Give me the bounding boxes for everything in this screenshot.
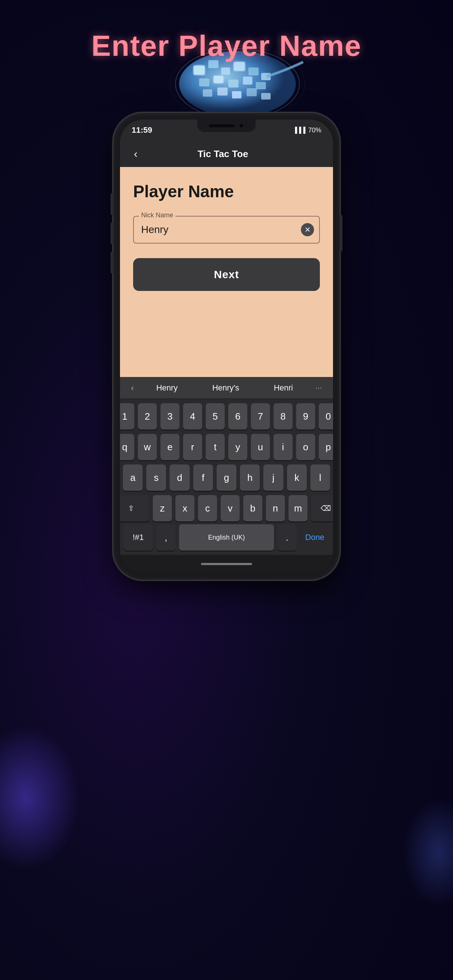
keyboard-bottom-row: !#1 , English (UK) . Done	[120, 524, 333, 555]
notch-speaker	[209, 124, 234, 127]
svg-rect-1	[194, 65, 205, 75]
key-i[interactable]: i	[274, 434, 292, 460]
nav-back-button[interactable]: ‹	[131, 145, 140, 163]
autocomplete-word-2[interactable]: Henry's	[206, 381, 245, 395]
svg-rect-5	[248, 67, 258, 75]
svg-rect-3	[221, 67, 230, 75]
key-l[interactable]: l	[310, 465, 330, 491]
key-k[interactable]: k	[287, 465, 307, 491]
key-o[interactable]: o	[296, 434, 315, 460]
key-g[interactable]: g	[217, 465, 236, 491]
nav-bar: ‹ Tic Tac Toe	[120, 141, 333, 167]
key-u[interactable]: u	[251, 434, 270, 460]
nick-name-field[interactable]	[134, 216, 319, 243]
svg-rect-16	[261, 93, 271, 100]
svg-rect-15	[247, 88, 257, 96]
key-s[interactable]: s	[146, 465, 166, 491]
key-3[interactable]: 3	[161, 403, 179, 430]
phone-screen: 11:59 ▐▐▐ 70% ‹ Tic Tac Toe Player Name …	[120, 119, 333, 573]
key-r[interactable]: r	[183, 434, 202, 460]
key-y[interactable]: y	[228, 434, 247, 460]
bg-glow-right	[402, 798, 453, 907]
key-4[interactable]: 4	[183, 403, 202, 430]
svg-rect-10	[243, 76, 252, 84]
status-time: 11:59	[132, 126, 152, 135]
space-key[interactable]: English (UK)	[179, 524, 274, 550]
status-icons: ▐▐▐ 70%	[293, 127, 321, 134]
page-title: Enter Player Name	[91, 29, 362, 63]
phone-wrapper: 11:59 ▐▐▐ 70% ‹ Tic Tac Toe Player Name …	[113, 113, 340, 580]
key-j[interactable]: j	[263, 465, 283, 491]
home-indicator	[201, 563, 252, 565]
key-d[interactable]: d	[170, 465, 189, 491]
key-7[interactable]: 7	[251, 403, 270, 430]
player-name-heading: Player Name	[133, 181, 320, 201]
nick-name-input-wrapper: Nick Name ✕	[133, 216, 320, 243]
svg-rect-8	[214, 76, 223, 83]
keyboard-rows: 1 2 3 4 5 6 7 8 9 0 q w	[120, 399, 333, 524]
key-f[interactable]: f	[193, 465, 213, 491]
key-p[interactable]: p	[319, 434, 333, 460]
zxcv-row: ⇧ z x c v b n m ⌫	[123, 495, 330, 521]
nick-name-label: Nick Name	[139, 212, 175, 219]
asdf-row: a s d f g h j k l	[123, 465, 330, 491]
bg-glow-left	[0, 725, 80, 870]
key-e[interactable]: e	[161, 434, 179, 460]
comma-key[interactable]: ,	[156, 524, 175, 550]
symbols-key[interactable]: !#1	[124, 524, 153, 550]
key-z[interactable]: z	[153, 495, 172, 521]
next-button[interactable]: Next	[133, 258, 320, 291]
key-2[interactable]: 2	[138, 403, 157, 430]
content-area: Player Name Nick Name ✕ Next	[120, 167, 333, 377]
key-m[interactable]: m	[289, 495, 308, 521]
period-key[interactable]: .	[278, 524, 297, 550]
number-row: 1 2 3 4 5 6 7 8 9 0	[123, 403, 330, 430]
autocomplete-bar: ‹ Henry Henry's Henri ···	[120, 377, 333, 399]
key-w[interactable]: w	[138, 434, 157, 460]
qwerty-row: q w e r t y u i o p	[123, 434, 330, 460]
delete-key[interactable]: ⌫	[311, 495, 333, 521]
svg-rect-9	[228, 80, 239, 88]
notch-camera	[239, 123, 244, 128]
key-a[interactable]: a	[123, 465, 143, 491]
autocomplete-more-button[interactable]: ···	[310, 380, 327, 396]
autocomplete-word-3[interactable]: Henri	[268, 381, 299, 395]
keyboard-area: ‹ Henry Henry's Henri ··· 1 2 3 4	[120, 377, 333, 573]
signal-icon: ▐▐▐	[293, 127, 305, 134]
svg-rect-4	[234, 62, 245, 71]
key-q[interactable]: q	[120, 434, 134, 460]
battery-text: 70%	[308, 127, 321, 134]
key-9[interactable]: 9	[296, 403, 315, 430]
key-c[interactable]: c	[198, 495, 217, 521]
phone-frame: 11:59 ▐▐▐ 70% ‹ Tic Tac Toe Player Name …	[113, 113, 340, 580]
key-5[interactable]: 5	[206, 403, 225, 430]
bottom-bar	[120, 555, 333, 573]
svg-rect-11	[256, 82, 266, 89]
autocomplete-suggestions: Henry Henry's Henri	[139, 381, 310, 395]
done-key[interactable]: Done	[300, 524, 329, 550]
svg-rect-12	[203, 89, 212, 97]
svg-rect-13	[217, 88, 228, 95]
page-title-area: Enter Player Name	[91, 29, 362, 63]
key-n[interactable]: n	[266, 495, 285, 521]
autocomplete-back-icon[interactable]: ‹	[126, 380, 139, 396]
key-x[interactable]: x	[175, 495, 195, 521]
svg-rect-7	[199, 78, 209, 86]
key-6[interactable]: 6	[228, 403, 247, 430]
key-b[interactable]: b	[243, 495, 262, 521]
key-1[interactable]: 1	[120, 403, 134, 430]
key-0[interactable]: 0	[319, 403, 333, 430]
key-v[interactable]: v	[221, 495, 239, 521]
svg-rect-14	[232, 91, 241, 99]
key-8[interactable]: 8	[274, 403, 292, 430]
key-h[interactable]: h	[240, 465, 260, 491]
notch	[197, 119, 256, 132]
clear-input-button[interactable]: ✕	[301, 223, 314, 236]
nav-title: Tic Tac Toe	[140, 148, 305, 160]
shift-key[interactable]: ⇧	[120, 495, 149, 521]
key-t[interactable]: t	[206, 434, 225, 460]
autocomplete-word-1[interactable]: Henry	[150, 381, 183, 395]
